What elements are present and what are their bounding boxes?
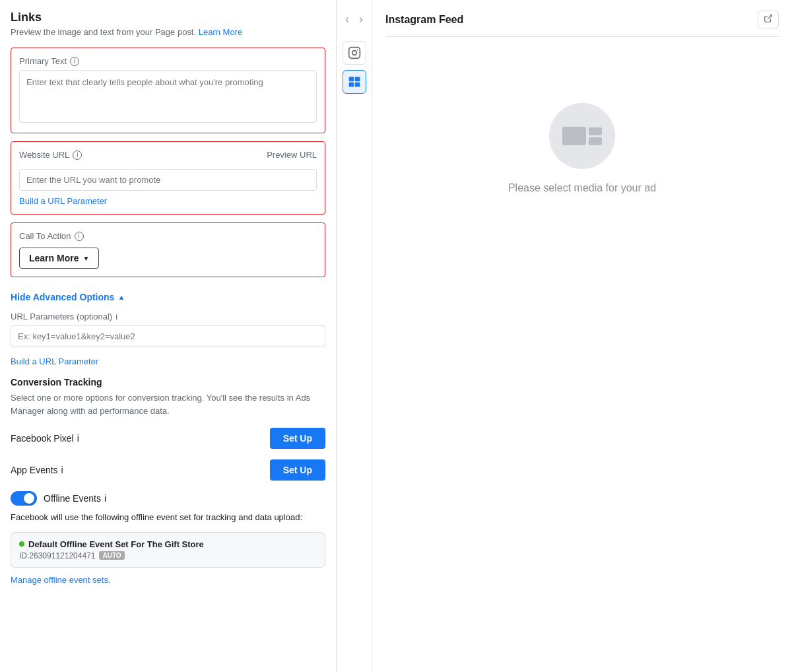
build-url-param-link[interactable]: Build a URL Parameter: [11, 356, 325, 366]
website-url-info-icon[interactable]: i: [73, 151, 82, 160]
media-square-small: [589, 127, 602, 145]
media-square-sm-1: [589, 127, 602, 135]
website-url-label-row: Website URL i: [19, 150, 82, 160]
primary-text-label: Primary Text: [19, 56, 67, 66]
offline-events-toggle[interactable]: [11, 491, 37, 506]
preview-header: Instagram Feed: [385, 11, 779, 28]
links-header: Links Preview the image and text from yo…: [11, 11, 325, 37]
hide-advanced-button[interactable]: Hide Advanced Options ▲: [11, 285, 125, 312]
website-url-section: Website URL i Preview URL Build a URL Pa…: [11, 141, 325, 215]
preview-divider: [385, 36, 779, 37]
build-url-link[interactable]: Build a URL Parameter: [19, 196, 317, 206]
media-icon-circle: [549, 103, 615, 169]
primary-text-info-icon[interactable]: i: [70, 57, 79, 66]
svg-rect-5: [348, 83, 354, 87]
facebook-pixel-info-icon[interactable]: i: [77, 433, 79, 444]
prev-button[interactable]: ‹: [341, 11, 352, 28]
media-square-sm-2: [589, 137, 602, 145]
right-panel: Instagram Feed Please select media for y…: [372, 0, 792, 672]
auto-badge: AUTO: [99, 551, 124, 560]
app-events-label: App Events: [11, 465, 58, 475]
event-set-id-text: ID:263091121204471: [19, 551, 95, 560]
offline-events-label: Offline Events: [44, 493, 101, 504]
facebook-pixel-setup-button[interactable]: Set Up: [270, 428, 325, 449]
event-set-name-row: Default Offline Event Set For The Gift S…: [19, 539, 317, 549]
cta-dropdown[interactable]: Learn More ▼: [19, 248, 99, 269]
instagram-view-button[interactable]: [343, 41, 366, 65]
website-url-input[interactable]: [19, 169, 317, 191]
links-subtitle: Preview the image and text from your Pag…: [11, 27, 325, 37]
param-label-row: URL Parameters (optional) i: [11, 312, 325, 321]
svg-rect-3: [348, 77, 354, 82]
event-set-status-dot: [19, 541, 24, 547]
cta-label: Call To Action: [19, 231, 71, 241]
facebook-pixel-label-row: Facebook Pixel i: [11, 433, 79, 444]
toolbar-nav: ‹ ›: [341, 11, 367, 28]
links-learn-more[interactable]: Learn More: [199, 27, 242, 37]
media-square-big: [562, 127, 586, 145]
call-to-action-section: Call To Action i Learn More ▼: [11, 222, 325, 277]
cta-selected-value: Learn More: [29, 253, 79, 263]
left-panel: Links Preview the image and text from yo…: [0, 0, 337, 672]
param-info-icon[interactable]: i: [116, 312, 117, 321]
svg-rect-4: [354, 77, 360, 82]
facebook-pixel-label: Facebook Pixel: [11, 433, 74, 444]
feed-view-icon: [348, 75, 361, 88]
svg-point-2: [356, 50, 358, 51]
offline-events-description: Facebook will use the following offline …: [11, 511, 325, 524]
app-events-info-icon[interactable]: i: [61, 465, 63, 475]
feed-view-button[interactable]: [343, 70, 366, 94]
conversion-tracking-title: Conversion Tracking: [11, 377, 325, 387]
preview-media-text: Please select media for your ad: [508, 182, 656, 194]
svg-point-1: [352, 51, 356, 55]
offline-events-toggle-row: Offline Events i: [11, 491, 325, 506]
facebook-pixel-row: Facebook Pixel i Set Up: [11, 428, 325, 449]
primary-text-label-row: Primary Text i: [19, 56, 317, 66]
primary-text-input[interactable]: [19, 70, 317, 123]
url-parameters-section: URL Parameters (optional) i Build a URL …: [11, 312, 325, 366]
hide-advanced-chevron: ▲: [117, 293, 125, 301]
url-field-row: Website URL i Preview URL: [19, 150, 317, 160]
website-url-label: Website URL: [19, 150, 69, 160]
toggle-track: [11, 491, 37, 506]
preview-media-placeholder: Please select media for your ad: [385, 63, 779, 234]
manage-offline-link[interactable]: Manage offline event sets.: [11, 575, 111, 585]
media-icon-inner: [562, 127, 602, 145]
offline-events-label-row: Offline Events i: [44, 493, 106, 504]
primary-text-section: Primary Text i: [11, 48, 325, 133]
center-toolbar: ‹ ›: [337, 0, 372, 672]
links-subtitle-text: Preview the image and text from your Pag…: [11, 27, 199, 37]
event-set-name-text: Default Offline Event Set For The Gift S…: [28, 539, 204, 549]
preview-url-label: Preview URL: [267, 150, 317, 160]
event-set-id-row: ID:263091121204471 AUTO: [19, 551, 317, 560]
conversion-tracking-desc: Select one or more options for conversio…: [11, 391, 325, 417]
url-params-input[interactable]: [11, 325, 325, 347]
offline-events-info-icon[interactable]: i: [104, 493, 106, 504]
instagram-icon: [348, 46, 361, 59]
event-set-box: Default Offline Event Set For The Gift S…: [11, 532, 325, 568]
svg-rect-6: [354, 83, 360, 87]
cta-label-row: Call To Action i: [19, 231, 317, 241]
app-events-row: App Events i Set Up: [11, 459, 325, 481]
app-events-label-row: App Events i: [11, 465, 63, 475]
external-link-icon: [764, 14, 773, 23]
svg-rect-0: [348, 48, 360, 59]
app-events-setup-button[interactable]: Set Up: [270, 459, 325, 481]
toggle-thumb: [24, 493, 34, 504]
cta-dropdown-arrow: ▼: [82, 255, 89, 262]
next-button[interactable]: ›: [356, 11, 367, 28]
param-label-text: URL Parameters (optional): [11, 312, 112, 321]
hide-advanced-label: Hide Advanced Options: [11, 292, 114, 302]
cta-info-icon[interactable]: i: [75, 232, 84, 241]
svg-line-7: [768, 15, 772, 19]
external-link-button[interactable]: [758, 11, 779, 28]
links-title: Links: [11, 11, 325, 24]
preview-title: Instagram Feed: [385, 14, 463, 26]
